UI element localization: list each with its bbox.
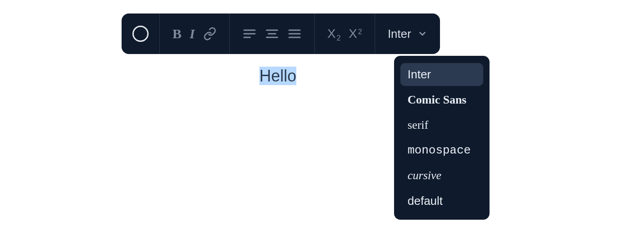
align-left-icon bbox=[242, 27, 257, 41]
align-center-icon bbox=[265, 27, 279, 41]
toolbar-group-shape bbox=[122, 14, 160, 54]
link-icon bbox=[203, 27, 217, 41]
italic-button[interactable]: I bbox=[190, 27, 195, 41]
chevron-down-icon bbox=[417, 29, 427, 39]
font-option-inter[interactable]: Inter bbox=[400, 63, 483, 86]
circle-icon[interactable] bbox=[132, 26, 149, 42]
align-left-button[interactable] bbox=[242, 27, 257, 41]
selected-text: Hello bbox=[259, 67, 296, 85]
font-option-default[interactable]: default bbox=[400, 190, 483, 212]
align-center-button[interactable] bbox=[265, 27, 279, 41]
font-option-comic-sans[interactable]: Comic Sans bbox=[400, 89, 483, 111]
align-justify-button[interactable] bbox=[287, 27, 302, 41]
align-justify-icon bbox=[287, 27, 302, 41]
font-option-monospace[interactable]: monospace bbox=[400, 139, 483, 162]
toolbar-group-format: B I bbox=[160, 14, 230, 54]
font-option-cursive[interactable]: cursive bbox=[400, 164, 483, 187]
toolbar-group-align bbox=[230, 14, 315, 54]
font-select[interactable]: Inter bbox=[388, 27, 427, 41]
superscript-button[interactable]: X2 bbox=[349, 27, 362, 41]
editor-content[interactable]: Hello bbox=[259, 65, 296, 87]
toolbar-group-font: Inter bbox=[375, 14, 440, 54]
font-select-label: Inter bbox=[388, 27, 411, 41]
toolbar-group-script: X2 X2 bbox=[315, 14, 375, 54]
link-button[interactable] bbox=[203, 27, 217, 41]
subscript-button[interactable]: X2 bbox=[327, 27, 341, 41]
font-option-serif[interactable]: serif bbox=[400, 114, 483, 136]
bold-button[interactable]: B bbox=[172, 27, 181, 41]
font-dropdown: InterComic Sansserifmonospacecursivedefa… bbox=[394, 56, 490, 220]
toolbar: B I bbox=[122, 14, 440, 54]
